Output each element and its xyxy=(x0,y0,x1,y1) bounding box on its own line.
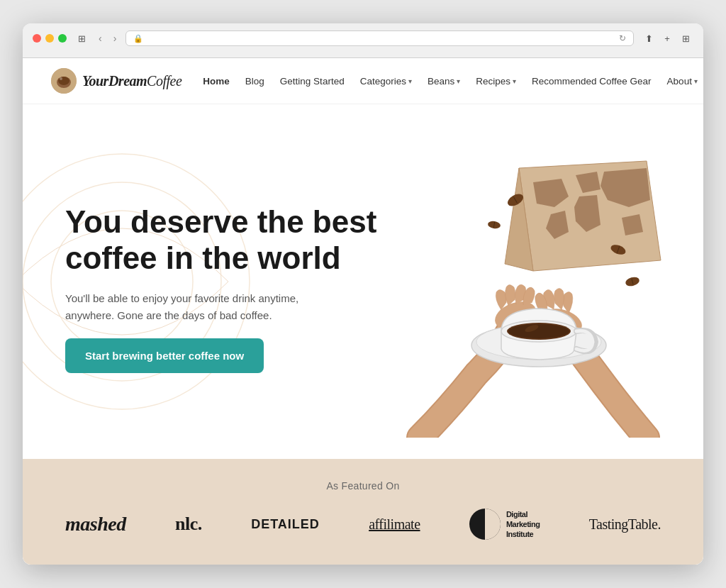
url-input[interactable]: yourdreamcoffee.com xyxy=(147,33,615,43)
browser-actions: ⬆ + ⊞ xyxy=(641,30,693,46)
nav-beans[interactable]: Beans ▾ xyxy=(428,76,460,87)
minimize-button[interactable] xyxy=(45,34,54,43)
hero-subtitle: You'll be able to enjoy your favorite dr… xyxy=(65,290,335,324)
brand-dmi: DigitalMarketingInstitute xyxy=(469,509,540,540)
nav-about[interactable]: About ▾ xyxy=(667,76,698,87)
share-icon[interactable]: ⬆ xyxy=(641,30,657,46)
brand-affilimate: affilimate xyxy=(369,516,420,533)
new-tab-icon[interactable]: + xyxy=(659,30,675,46)
hero-title: You deserve the best coffee in the world xyxy=(65,204,377,276)
svg-point-21 xyxy=(508,324,569,338)
sidebar-icon[interactable]: ⊞ xyxy=(74,30,89,46)
brand-detailed: DETAILED xyxy=(251,517,320,532)
nav-links: Home Blog Getting Started Categories ▾ B… xyxy=(203,76,698,87)
cta-button[interactable]: Start brewing better coffee now xyxy=(65,338,264,373)
dmi-half-circle xyxy=(485,509,501,540)
website: YourDreamCoffee Home Blog Getting Starte… xyxy=(23,58,703,565)
traffic-lights xyxy=(33,34,67,43)
dmi-logo-circle xyxy=(469,509,501,540)
nav-categories[interactable]: Categories ▾ xyxy=(360,76,412,87)
dmi-text: DigitalMarketingInstitute xyxy=(506,509,540,540)
featured-section: As Featured On mashed nlc. DETAILED affi… xyxy=(23,459,703,565)
chevron-down-icon: ▾ xyxy=(513,77,516,85)
svg-point-3 xyxy=(60,77,62,80)
featured-logos: mashed nlc. DETAILED affilimate DigitalM… xyxy=(65,509,661,540)
forward-button[interactable]: › xyxy=(111,33,119,43)
brand-mashed: mashed xyxy=(65,513,126,536)
nav-blog[interactable]: Blog xyxy=(245,76,264,87)
nav-getting-started[interactable]: Getting Started xyxy=(280,76,345,87)
logo[interactable]: YourDreamCoffee xyxy=(51,68,182,94)
close-button[interactable] xyxy=(33,34,41,43)
address-bar[interactable]: 🔒 yourdreamcoffee.com ↻ xyxy=(125,30,634,46)
brand-nlc: nlc. xyxy=(175,514,202,535)
reload-icon[interactable]: ↻ xyxy=(619,33,626,43)
chevron-down-icon: ▾ xyxy=(457,77,460,85)
coffee-illustration xyxy=(377,140,675,438)
navbar: YourDreamCoffee Home Blog Getting Starte… xyxy=(23,58,703,104)
grid-icon[interactable]: ⊞ xyxy=(678,30,693,46)
hero-content: You deserve the best coffee in the world… xyxy=(65,140,377,438)
back-button[interactable]: ‹ xyxy=(96,33,104,43)
featured-title: As Featured On xyxy=(65,480,661,492)
brand-tasting-table: TastingTable. xyxy=(589,516,661,533)
nav-recommended[interactable]: Recommended Coffee Gear xyxy=(532,76,652,87)
hero-illustration xyxy=(377,140,675,438)
nav-home[interactable]: Home xyxy=(203,76,230,87)
lock-icon: 🔒 xyxy=(133,34,143,43)
chevron-down-icon: ▾ xyxy=(408,77,412,85)
logo-text: YourDreamCoffee xyxy=(82,73,182,89)
logo-icon xyxy=(51,68,77,94)
maximize-button[interactable] xyxy=(58,34,67,43)
browser-chrome: ⊞ ‹ › 🔒 yourdreamcoffee.com ↻ ⬆ + ⊞ xyxy=(23,23,703,58)
nav-recipes[interactable]: Recipes ▾ xyxy=(476,76,516,87)
browser-window: ⊞ ‹ › 🔒 yourdreamcoffee.com ↻ ⬆ + ⊞ xyxy=(23,23,703,565)
chevron-down-icon: ▾ xyxy=(694,77,698,85)
hero-section: You deserve the best coffee in the world… xyxy=(23,104,703,459)
